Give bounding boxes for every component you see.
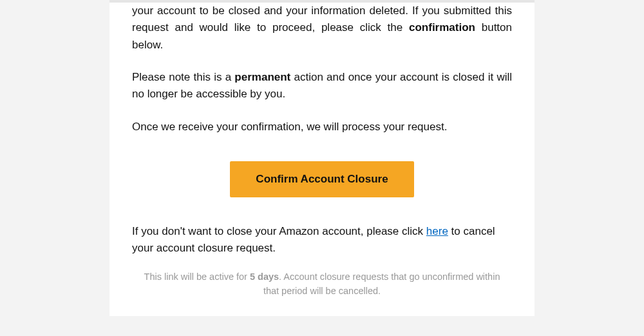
- confirm-account-closure-button[interactable]: Confirm Account Closure: [230, 161, 413, 197]
- permanent-text-1: Please note this is a: [132, 71, 234, 83]
- cancel-paragraph: If you don't want to close your Amazon a…: [132, 223, 512, 257]
- email-container: your account to be closed and your infor…: [109, 0, 535, 316]
- button-container: Confirm Account Closure: [132, 161, 512, 197]
- footer-text-1: This link will be active for: [144, 272, 250, 282]
- cancel-text-1: If you don't want to close your Amazon a…: [132, 225, 426, 237]
- intro-paragraph: your account to be closed and your infor…: [132, 3, 512, 54]
- permanent-bold: permanent: [234, 71, 290, 83]
- cancel-link[interactable]: here: [426, 225, 448, 237]
- footer-note: This link will be active for 5 days. Acc…: [132, 270, 512, 299]
- footer-bold: 5 days: [250, 272, 279, 282]
- permanent-paragraph: Please note this is a permanent action a…: [132, 69, 512, 103]
- process-paragraph: Once we receive your confirmation, we wi…: [132, 119, 512, 135]
- footer-text-2: . Account closure requests that go uncon…: [263, 272, 500, 296]
- intro-bold: confirmation: [409, 21, 475, 34]
